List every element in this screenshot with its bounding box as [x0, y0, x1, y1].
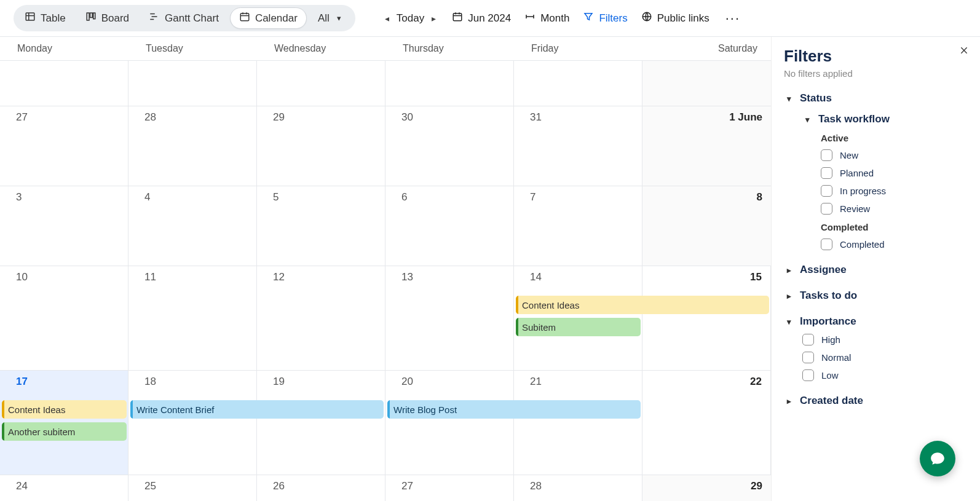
- calendar-day[interactable]: 4: [128, 186, 257, 266]
- day-number: 17: [6, 376, 122, 388]
- filter-option-in-progress[interactable]: In progress: [821, 185, 968, 197]
- calendar-day[interactable]: 13: [385, 266, 514, 370]
- week-row: 242526272829: [0, 475, 771, 501]
- calendar-day[interactable]: 3: [0, 186, 128, 266]
- calendar-day[interactable]: 8: [642, 186, 771, 266]
- checkbox[interactable]: [821, 203, 832, 215]
- event-content-ideas-2[interactable]: Content Ideas: [2, 400, 127, 419]
- checkbox[interactable]: [802, 369, 814, 381]
- filter-icon: [583, 11, 594, 25]
- option-label: Review: [840, 203, 870, 214]
- filters-button[interactable]: Filters: [583, 11, 627, 25]
- filter-option-low[interactable]: Low: [802, 369, 968, 381]
- calendar-day[interactable]: 22: [642, 371, 771, 475]
- chat-icon: [930, 451, 946, 467]
- view-board-label: Board: [101, 12, 129, 25]
- svg-rect-4: [240, 14, 249, 21]
- calendar-day[interactable]: [257, 61, 385, 106]
- calendar-day[interactable]: 28: [514, 475, 642, 501]
- today-nav: ◂ Today ▸: [382, 12, 438, 25]
- checkbox[interactable]: [821, 185, 832, 197]
- calendar-day[interactable]: 11: [128, 266, 257, 370]
- checkbox[interactable]: [802, 352, 814, 363]
- range-picker-button[interactable]: Month: [524, 11, 569, 25]
- filter-section-created-date[interactable]: ▸Created date: [784, 395, 968, 407]
- calendar-day[interactable]: 5: [257, 186, 385, 266]
- calendar-day[interactable]: 1 June: [642, 106, 771, 186]
- next-period-button[interactable]: ▸: [429, 12, 438, 25]
- table-icon: [25, 11, 36, 25]
- filter-option-high[interactable]: High: [802, 334, 968, 345]
- day-of-week-thursday: Thursday: [385, 43, 514, 54]
- view-calendar[interactable]: Calendar: [230, 7, 307, 29]
- filter-section-status[interactable]: ▾Status: [784, 92, 968, 105]
- calendar-day[interactable]: 27: [385, 475, 514, 501]
- importance-label: Importance: [800, 315, 856, 328]
- calendar-day[interactable]: [385, 61, 514, 106]
- calendar-day[interactable]: 10: [0, 266, 128, 370]
- calendar-day[interactable]: 18: [128, 371, 257, 475]
- view-gantt[interactable]: Gantt Chart: [140, 8, 227, 28]
- svg-rect-0: [26, 13, 34, 20]
- calendar-day[interactable]: 29: [257, 106, 385, 186]
- calendar-day[interactable]: 30: [385, 106, 514, 186]
- calendar-day[interactable]: 19: [257, 371, 385, 475]
- day-number: 8: [649, 191, 765, 203]
- range-label: Month: [540, 12, 569, 25]
- checkbox[interactable]: [821, 239, 832, 250]
- day-of-week-monday: Monday: [0, 43, 128, 54]
- chevron-down-icon: ▾: [784, 317, 794, 326]
- date-picker-button[interactable]: Jun 2024: [452, 11, 511, 25]
- filter-section-tasks-to-do[interactable]: ▸Tasks to do: [784, 290, 968, 302]
- day-number: 11: [135, 271, 250, 283]
- close-filters-button[interactable]: [957, 43, 971, 61]
- filter-option-new[interactable]: New: [821, 149, 968, 161]
- calendar-day[interactable]: 20: [385, 371, 514, 475]
- calendar-day[interactable]: 27: [0, 106, 128, 186]
- filter-section-importance[interactable]: ▾Importance: [784, 315, 968, 328]
- view-table[interactable]: Table: [16, 8, 74, 28]
- view-all[interactable]: All ▾: [309, 9, 353, 28]
- checkbox[interactable]: [821, 149, 832, 161]
- filter-option-planned[interactable]: Planned: [821, 167, 968, 179]
- filter-option-normal[interactable]: Normal: [802, 352, 968, 363]
- calendar-day[interactable]: [0, 61, 128, 106]
- calendar-day[interactable]: [642, 61, 771, 106]
- event-another-subitem[interactable]: Another subitem: [2, 422, 127, 441]
- event-subitem[interactable]: Subitem: [516, 318, 641, 336]
- calendar-day[interactable]: 15: [642, 266, 771, 370]
- calendar-day[interactable]: 24: [0, 475, 128, 501]
- chevron-down-icon: ▾: [334, 14, 344, 23]
- filter-section-assignee[interactable]: ▸Assignee: [784, 264, 968, 276]
- view-gantt-label: Gantt Chart: [165, 12, 219, 25]
- event-write-blog-post[interactable]: Write Blog Post: [387, 400, 641, 419]
- event-title: Content Ideas: [8, 404, 65, 415]
- calendar-day[interactable]: 31: [514, 106, 642, 186]
- tasks-to-do-label: Tasks to do: [800, 290, 857, 302]
- more-menu-button[interactable]: ···: [723, 10, 743, 26]
- today-button[interactable]: Today: [397, 12, 424, 25]
- event-content-ideas[interactable]: Content Ideas: [516, 296, 769, 314]
- calendar-day[interactable]: 6: [385, 186, 514, 266]
- calendar-day[interactable]: 29: [642, 475, 771, 501]
- svg-rect-1: [87, 13, 89, 20]
- view-board[interactable]: Board: [77, 8, 138, 28]
- checkbox[interactable]: [802, 334, 814, 345]
- filter-option-review[interactable]: Review: [821, 203, 968, 215]
- filter-subsection-task-workflow[interactable]: ▾Task workflow: [802, 113, 968, 125]
- calendar-day[interactable]: 26: [257, 475, 385, 501]
- chat-fab[interactable]: [920, 441, 955, 476]
- calendar-day[interactable]: 28: [128, 106, 257, 186]
- calendar-day[interactable]: 12: [257, 266, 385, 370]
- filter-option-completed[interactable]: Completed: [821, 239, 968, 250]
- calendar-day[interactable]: [514, 61, 642, 106]
- event-write-content-brief[interactable]: Write Content Brief: [130, 400, 384, 419]
- calendar-day[interactable]: 7: [514, 186, 642, 266]
- checkbox[interactable]: [821, 167, 832, 179]
- event-title: Write Content Brief: [136, 404, 214, 415]
- calendar-day[interactable]: 21: [514, 371, 642, 475]
- public-links-button[interactable]: Public links: [641, 11, 709, 25]
- calendar-day[interactable]: 25: [128, 475, 257, 501]
- prev-period-button[interactable]: ◂: [382, 12, 392, 25]
- calendar-day[interactable]: [128, 61, 257, 106]
